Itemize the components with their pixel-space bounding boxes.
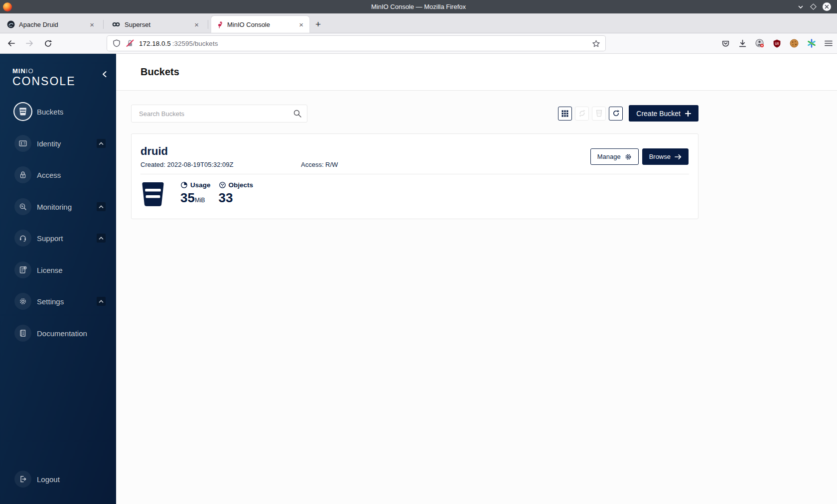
sidebar-item-logout[interactable]: Logout bbox=[0, 465, 116, 493]
usage-value: 35 bbox=[180, 190, 195, 205]
new-tab-button[interactable]: + bbox=[315, 19, 321, 30]
tab-label: Apache Druid bbox=[19, 21, 84, 28]
sidebar-item-label: License bbox=[37, 266, 63, 274]
main-content: Buckets bbox=[116, 54, 837, 504]
svg-text:U0: U0 bbox=[775, 41, 779, 45]
tab-separator bbox=[103, 20, 104, 29]
window-controls bbox=[797, 2, 837, 11]
toolbar-extensions: U0 bbox=[721, 33, 833, 53]
sidebar-item-buckets[interactable]: Buckets bbox=[0, 98, 116, 126]
bucket-large-icon bbox=[141, 181, 164, 207]
window-minimize-icon[interactable] bbox=[797, 3, 804, 10]
usage-unit: MiB bbox=[195, 197, 205, 204]
browse-button[interactable]: Browse bbox=[642, 148, 689, 165]
tab-label: MinIO Console bbox=[227, 21, 293, 28]
tab-close-icon[interactable]: × bbox=[192, 20, 201, 29]
minio-flamingo-icon bbox=[216, 20, 223, 28]
bucket-created: Created: 2022-08-19T05:32:09Z bbox=[140, 161, 301, 168]
back-icon[interactable] bbox=[7, 39, 15, 47]
page-title: Buckets bbox=[140, 66, 179, 78]
forward-icon[interactable] bbox=[25, 39, 34, 47]
download-icon[interactable] bbox=[738, 39, 747, 48]
sidebar: MINIO CONSOLE Buckets Identity bbox=[0, 54, 116, 504]
objects-value: 33 bbox=[219, 191, 254, 204]
create-bucket-button[interactable]: Create Bucket bbox=[629, 105, 698, 122]
tab-superset[interactable]: Superset × bbox=[107, 16, 205, 33]
manage-button[interactable]: Manage bbox=[590, 148, 639, 165]
monitoring-icon bbox=[14, 198, 31, 215]
tab-minio-console[interactable]: MinIO Console × bbox=[211, 16, 309, 33]
objects-icon bbox=[219, 181, 226, 189]
chevron-up-icon[interactable] bbox=[97, 297, 106, 306]
identity-icon bbox=[14, 135, 31, 152]
refresh-buckets-button[interactable] bbox=[609, 107, 623, 121]
chevron-up-icon[interactable] bbox=[97, 139, 106, 148]
ublock-origin-icon[interactable]: U0 bbox=[772, 39, 782, 48]
set-replication-button bbox=[575, 107, 589, 121]
delete-buckets-button bbox=[592, 107, 606, 121]
replication-icon bbox=[578, 110, 586, 117]
tracking-shield-icon[interactable] bbox=[112, 39, 121, 48]
sidebar-item-monitoring[interactable]: Monitoring bbox=[0, 193, 116, 221]
bucket-metrics: Usage 35MiB Objects 33 bbox=[141, 181, 253, 207]
documentation-icon bbox=[14, 325, 31, 342]
sidebar-item-label: Monitoring bbox=[37, 203, 72, 211]
nav-buttons bbox=[5, 33, 52, 53]
sidebar-item-support[interactable]: Support bbox=[0, 224, 116, 252]
logout-icon bbox=[14, 471, 31, 488]
bucket-icon bbox=[14, 103, 31, 120]
grid-view-button[interactable] bbox=[558, 107, 572, 121]
card-divider bbox=[140, 174, 689, 174]
settings-gear-icon bbox=[14, 293, 31, 310]
tab-close-icon[interactable]: × bbox=[88, 20, 96, 29]
tab-label: Superset bbox=[125, 21, 188, 28]
tab-close-icon[interactable]: × bbox=[297, 20, 305, 29]
arrow-right-icon bbox=[675, 154, 682, 160]
minio-logo: MINIO CONSOLE bbox=[12, 67, 75, 87]
plus-icon bbox=[685, 111, 691, 117]
bucket-card: druid Created: 2022-08-19T05:32:09Z Acce… bbox=[131, 133, 698, 219]
refresh-icon bbox=[612, 110, 620, 117]
chevron-up-icon[interactable] bbox=[97, 202, 106, 211]
bucket-actions: Create Bucket bbox=[558, 105, 698, 122]
cookie-icon[interactable] bbox=[789, 38, 799, 48]
sidebar-item-access[interactable]: Access bbox=[0, 161, 116, 189]
manage-label: Manage bbox=[597, 153, 621, 160]
sidebar-item-settings[interactable]: Settings bbox=[0, 287, 116, 315]
usage-pie-icon bbox=[180, 181, 188, 189]
sidebar-item-label: Logout bbox=[37, 475, 60, 484]
bucket-meta: Created: 2022-08-19T05:32:09Z Access: R/… bbox=[140, 161, 338, 168]
reload-icon[interactable] bbox=[44, 39, 52, 48]
search-icon bbox=[293, 109, 302, 118]
window-title: MinIO Console — Mozilla Firefox bbox=[0, 3, 837, 10]
url-path: :32595/buckets bbox=[172, 40, 218, 47]
menu-icon[interactable] bbox=[824, 39, 833, 47]
sidebar-item-label: Identity bbox=[37, 139, 61, 148]
window-close-icon[interactable] bbox=[823, 2, 831, 11]
sidebar-item-identity[interactable]: Identity bbox=[0, 129, 116, 157]
pocket-icon[interactable] bbox=[721, 39, 730, 48]
sidebar-collapse-icon[interactable] bbox=[101, 70, 108, 78]
chevron-up-icon[interactable] bbox=[97, 234, 106, 243]
support-icon bbox=[14, 230, 31, 247]
usage-label: Usage bbox=[190, 181, 211, 189]
search-input[interactable] bbox=[131, 105, 307, 123]
extension-blocked-icon[interactable] bbox=[755, 38, 765, 48]
sidebar-item-label: Buckets bbox=[37, 108, 63, 116]
window-maximize-icon[interactable] bbox=[810, 3, 817, 10]
firefox-logo-icon bbox=[3, 2, 12, 11]
bucket-access: Access: R/W bbox=[301, 161, 338, 168]
objects-metric: Objects 33 bbox=[219, 181, 254, 204]
druid-tab-icon bbox=[7, 20, 15, 28]
create-bucket-label: Create Bucket bbox=[636, 110, 681, 118]
insecure-lock-icon[interactable] bbox=[126, 39, 135, 48]
sidebar-item-documentation[interactable]: Documentation bbox=[0, 319, 116, 347]
asterisk-extension-icon[interactable] bbox=[807, 38, 817, 48]
access-icon bbox=[14, 166, 31, 183]
bookmark-star-icon[interactable] bbox=[592, 39, 600, 48]
sidebar-item-license[interactable]: License bbox=[0, 256, 116, 284]
tab-apache-druid[interactable]: Apache Druid × bbox=[2, 16, 100, 33]
url-bar[interactable]: 172.18.0.5:32595/buckets bbox=[107, 36, 605, 51]
window-titlebar: MinIO Console — Mozilla Firefox bbox=[0, 0, 837, 13]
browse-label: Browse bbox=[649, 153, 671, 160]
